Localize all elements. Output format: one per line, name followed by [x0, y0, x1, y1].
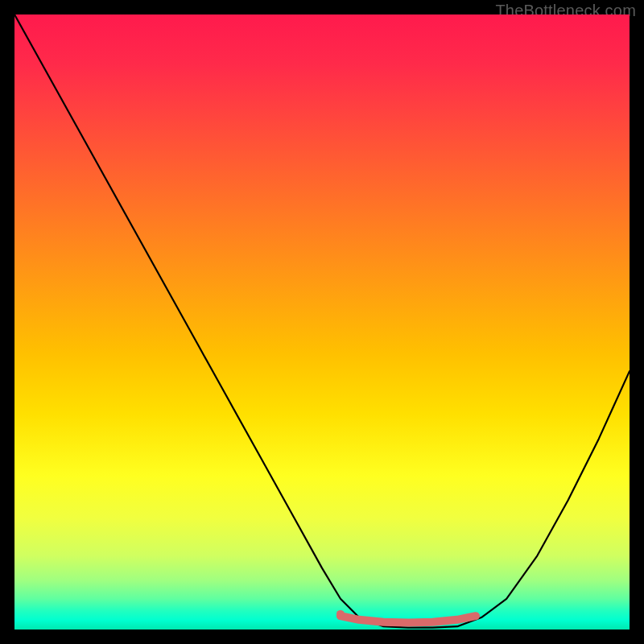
plot-area: [14, 14, 630, 630]
optimal-range-marker: [341, 616, 476, 622]
chart-svg: [14, 14, 630, 630]
optimal-start-dot: [336, 610, 345, 618]
bottleneck-curve: [14, 14, 630, 628]
chart-container: TheBottleneck.com: [0, 0, 644, 644]
